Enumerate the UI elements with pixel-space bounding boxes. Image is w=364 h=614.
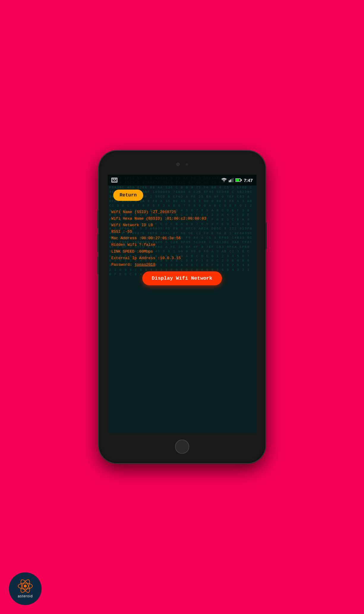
display-wifi-network-button[interactable]: Display Wifi Network — [142, 271, 222, 285]
phone-bottom — [99, 433, 265, 460]
return-button[interactable]: Return — [113, 190, 144, 201]
notification-icon — [111, 178, 117, 182]
mac-line: Mac Address :08:00:27:01:3e:56 — [111, 235, 253, 242]
svg-rect-1 — [229, 180, 230, 182]
speaker — [186, 163, 188, 166]
svg-rect-6 — [241, 180, 242, 181]
atom-nucleus — [24, 585, 27, 588]
password-line: Password: jonas2018 — [111, 262, 253, 268]
svg-rect-4 — [233, 178, 234, 182]
ssid-line: Wifi Name (SSID) :ZT_2018725 — [111, 209, 253, 215]
signal-icon — [229, 178, 234, 182]
status-left — [111, 178, 117, 182]
password-value: jonas2018 — [135, 262, 155, 267]
svg-rect-3 — [231, 179, 232, 182]
svg-rect-2 — [230, 180, 231, 182]
bssid-line: Wifi Hexa Name (BSSID) :01:80:c2:00:00:0… — [111, 215, 253, 222]
battery-icon: ⚡ — [235, 178, 242, 182]
rssi-line: RSSI :-55 — [111, 229, 253, 235]
atom-icon — [17, 580, 34, 593]
info-panel: Wifi Name (SSID) :ZT_2018725 Wifi Hexa N… — [111, 209, 253, 268]
front-camera — [176, 163, 180, 166]
wifi-icon — [221, 178, 227, 182]
phone-top — [99, 151, 265, 175]
phone-device: 8F0 2 8F6A 0² S 2 A6038 0 FD 88 F0 3 8FC… — [99, 151, 265, 463]
status-right: ⚡ 7:47 — [221, 178, 253, 183]
asteroid-label: asteroid — [18, 594, 33, 598]
phone-screen: 8F0 2 8F6A 0² S 2 A6038 0 FD 88 F0 3 8FC… — [108, 175, 256, 433]
svg-text:⚡: ⚡ — [237, 180, 238, 182]
external-ip-line: External Ip Address :10.0.3.15 — [111, 255, 253, 262]
hidden-line: Hidden Wifi ?:false — [111, 242, 253, 248]
home-button[interactable] — [175, 440, 189, 454]
status-time: 7:47 — [244, 178, 253, 183]
link-speed-line: LINK SPEED :60Mbps — [111, 248, 253, 255]
network-id-line: Wifi Network ID L0 — [111, 222, 253, 229]
status-bar: ⚡ 7:47 — [108, 175, 256, 185]
asteroid-logo: asteroid — [9, 572, 42, 605]
